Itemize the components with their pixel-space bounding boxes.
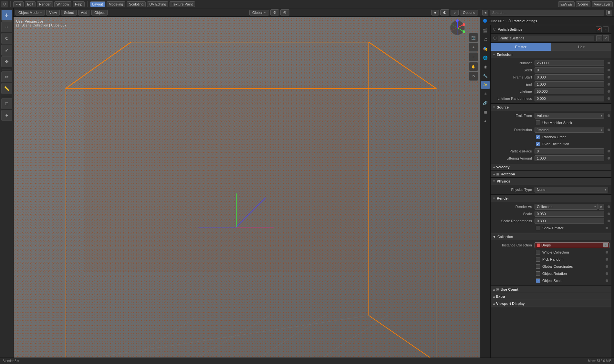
scale-tool[interactable]: ⤢	[1, 45, 12, 56]
pan-btn[interactable]: ✋	[469, 62, 478, 71]
render-menu[interactable]: Render	[37, 1, 53, 7]
object-scale-check[interactable]: ✓	[536, 278, 540, 283]
material-props-icon[interactable]: ●	[481, 117, 490, 125]
props-menu-btn[interactable]: ☰	[606, 10, 612, 16]
layout-tab[interactable]: Layout	[90, 1, 105, 7]
move-tool[interactable]: ↔	[1, 21, 12, 32]
end-value[interactable]: 1.000	[535, 81, 604, 87]
zoom-camera-btn[interactable]: 📷	[469, 33, 478, 42]
edit-menu[interactable]: Edit	[25, 1, 36, 7]
scale-rand-value[interactable]: 0.300	[535, 218, 604, 224]
scene-props-icon[interactable]: 🎭	[481, 45, 490, 53]
new-btn[interactable]: +	[603, 26, 609, 32]
show-emitter-check[interactable]	[536, 226, 540, 230]
pick-random-check[interactable]	[536, 257, 540, 262]
breadcrumb-settings[interactable]: ParticleSettings	[512, 19, 537, 23]
extra-section[interactable]: ▶ Extra	[491, 293, 611, 300]
cursor-tool[interactable]: ✛	[1, 10, 12, 21]
scale-value[interactable]: 0.030	[535, 211, 604, 217]
whole-collection-check[interactable]	[536, 250, 540, 255]
zoom-in-btn[interactable]: +	[469, 43, 478, 52]
use-count-section[interactable]: ▶ ▣ Use Count	[491, 286, 611, 293]
scene-select[interactable]: Scene	[576, 1, 590, 7]
particle-props-icon[interactable]: ✨	[481, 81, 490, 89]
obj-props-icon[interactable]: ◉	[481, 63, 490, 71]
transform-tool[interactable]: ✥	[1, 56, 12, 67]
ps-heart-btn[interactable]: ♡	[596, 35, 602, 41]
source-header[interactable]: ▼ Source	[491, 104, 611, 111]
orbit-btn[interactable]: ↻	[469, 72, 478, 81]
engine-select[interactable]: EEVEE	[558, 1, 575, 7]
select-menu-btn[interactable]: Select	[61, 10, 77, 16]
add-cube-tool[interactable]: □	[1, 98, 12, 109]
physics-header[interactable]: ▼ Physics	[491, 178, 611, 185]
emitter-tab[interactable]: Emitter	[491, 43, 551, 51]
zoom-out-btn[interactable]: −	[469, 52, 478, 61]
emission-header[interactable]: ▼ Emission	[491, 51, 611, 58]
view-menu-btn[interactable]: View	[46, 10, 60, 16]
ps-share-btn[interactable]: ↗	[603, 35, 609, 41]
object-rotation-check[interactable]	[536, 271, 540, 276]
physics-props-icon[interactable]: ⚛	[481, 90, 490, 98]
random-order-check[interactable]: ✓	[536, 135, 540, 139]
props-search-input[interactable]	[490, 10, 604, 16]
viewport-shading-material[interactable]: ◐	[440, 9, 449, 16]
breadcrumb-obj[interactable]: Cube.007	[489, 19, 504, 23]
annotate-tool[interactable]: ✏	[1, 71, 12, 82]
texture-paint-tab[interactable]: Texture Paint	[170, 1, 195, 7]
render-as-field[interactable]: Collection	[535, 204, 598, 210]
data-props-icon[interactable]: ▦	[481, 108, 490, 116]
ic-close-btn[interactable]: ✕	[603, 243, 608, 247]
ic-value[interactable]: Drops ✕	[535, 242, 609, 248]
snap-btn[interactable]: ⊙	[270, 9, 279, 16]
rotate-tool[interactable]: ↻	[1, 33, 12, 44]
uv-editing-tab[interactable]: UV Editing	[147, 1, 168, 7]
view-layer-select[interactable]: ViewLayer	[592, 1, 613, 7]
object-menu-btn[interactable]: Object	[91, 10, 108, 16]
lifetime-value[interactable]: 50.000	[535, 88, 604, 94]
modifier-props-icon[interactable]: 🔧	[481, 72, 490, 80]
file-menu[interactable]: File	[13, 1, 24, 7]
even-dist-check[interactable]: ✓	[536, 142, 540, 146]
pin-btn[interactable]: 📌	[596, 26, 602, 32]
add-tool[interactable]: +	[1, 110, 12, 121]
props-scrollbar[interactable]	[611, 25, 614, 358]
world-props-icon[interactable]: 🌐	[481, 54, 490, 62]
hair-tab[interactable]: Hair	[551, 43, 611, 51]
viewport-shading-rendered[interactable]: ○	[451, 10, 459, 16]
number-value[interactable]: 250000	[535, 60, 604, 66]
viewport-3d[interactable]: User Perspective (1) Scene Collection | …	[14, 17, 480, 358]
rotation-section[interactable]: ▶ ▣ Rotation	[491, 171, 611, 178]
props-back-btn[interactable]: ◀	[482, 10, 488, 16]
object-mode-btn[interactable]: Object Mode	[16, 10, 45, 16]
proportional-btn[interactable]: ◎	[280, 9, 289, 16]
physics-type-value[interactable]: None	[535, 187, 608, 192]
nav-gizmo[interactable]	[448, 18, 467, 37]
output-props-icon[interactable]: 🖨	[481, 36, 490, 44]
emit-from-value[interactable]: Volume	[535, 113, 604, 119]
lr-value[interactable]: 0.000	[535, 96, 604, 101]
render-header[interactable]: ▼ Render	[491, 195, 611, 202]
collection-header[interactable]: ▼ Collection	[491, 233, 611, 240]
frame-start-value[interactable]: 0.000	[535, 74, 604, 80]
seed-value[interactable]: 0	[535, 67, 604, 73]
window-menu[interactable]: Window	[54, 1, 71, 7]
global-coords-check[interactable]	[536, 264, 540, 269]
ps-name-input[interactable]	[498, 36, 594, 41]
add-menu-btn[interactable]: Add	[78, 10, 90, 16]
render-as-extra-btn[interactable]: ▶	[598, 204, 604, 210]
help-menu[interactable]: Help	[73, 1, 85, 7]
ppf-value[interactable]: 0	[535, 148, 604, 154]
render-props-icon[interactable]: 🎬	[481, 26, 490, 35]
measure-tool[interactable]: 📏	[1, 83, 12, 94]
transform-space-btn[interactable]: Global	[249, 10, 269, 16]
sculpting-tab[interactable]: Sculpting	[127, 1, 146, 7]
jitter-value[interactable]: 1.000	[535, 155, 604, 161]
modeling-tab[interactable]: Modeling	[107, 1, 126, 7]
constraints-props-icon[interactable]: 🔗	[481, 99, 490, 107]
viewport-shading-solid[interactable]: ●	[431, 10, 439, 16]
velocity-section[interactable]: ▶ Velocity	[491, 163, 611, 171]
distribution-value[interactable]: Jittered	[535, 127, 604, 133]
viewport-display-section[interactable]: ▶ Viewport Display	[491, 300, 611, 307]
use-modifier-check[interactable]	[536, 120, 540, 125]
